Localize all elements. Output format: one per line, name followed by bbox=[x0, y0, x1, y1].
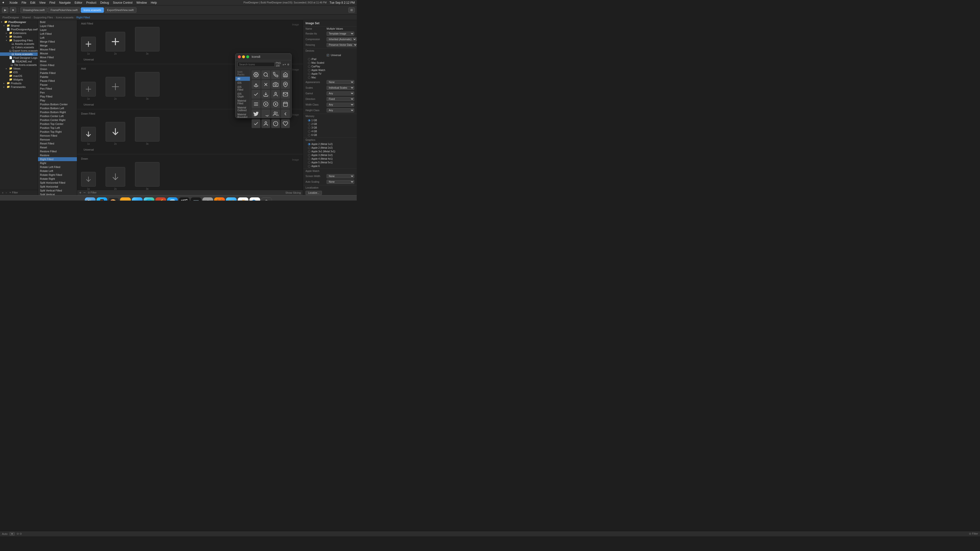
icon-cell-back[interactable] bbox=[281, 110, 290, 118]
memory-4gb-radio[interactable] bbox=[308, 130, 310, 133]
asset-box[interactable] bbox=[81, 82, 96, 97]
file-item-split-v[interactable]: Split Vertical bbox=[38, 192, 77, 195]
dock-preview[interactable]: 🎭 bbox=[250, 197, 260, 201]
height-class-select[interactable]: Any bbox=[326, 108, 354, 113]
asset-box[interactable] bbox=[106, 77, 125, 97]
asset-slot-1x[interactable]: 1x bbox=[81, 37, 96, 55]
file-item-remove[interactable]: Remove bbox=[38, 138, 77, 141]
icon-cell-search[interactable] bbox=[261, 70, 270, 79]
auto-scaling-select[interactable]: None bbox=[326, 180, 354, 184]
file-item-pos-bottom-left[interactable]: Position Bottom Left bbox=[38, 106, 77, 110]
memory-3gb-radio[interactable] bbox=[308, 127, 310, 129]
file-item-pos-top-right[interactable]: Position Top Right bbox=[38, 130, 77, 134]
asset-box[interactable] bbox=[135, 27, 159, 51]
icon-cell-home[interactable] bbox=[281, 70, 290, 79]
breadcrumb-right-filled[interactable]: Right Filled bbox=[76, 16, 90, 19]
menu-edit[interactable]: Edit bbox=[30, 1, 35, 5]
add-icon[interactable]: + bbox=[79, 191, 81, 195]
asset-slot-2x[interactable]: 2x bbox=[106, 122, 125, 145]
icon-cell-location[interactable] bbox=[281, 80, 290, 89]
direction-select[interactable]: Fixed bbox=[326, 97, 354, 101]
file-item-layer[interactable]: Layer bbox=[38, 28, 77, 32]
asset-box[interactable] bbox=[106, 122, 125, 141]
screen-width-select[interactable]: None bbox=[326, 174, 354, 178]
asset-slot-1x[interactable]: 1x bbox=[81, 172, 96, 190]
split-editor-btn[interactable]: ⊞ bbox=[348, 7, 355, 13]
pack-material-filled[interactable]: Material Filled bbox=[235, 99, 250, 106]
icon-cell-check[interactable] bbox=[251, 90, 261, 99]
sidebar-item-supporting-files[interactable]: ▾ 📁 Supporting Files bbox=[0, 38, 38, 42]
dock-safari[interactable]: 🌐 bbox=[143, 197, 154, 201]
breadcrumb-icons-xcassets[interactable]: Icons.xcassets bbox=[56, 16, 73, 19]
file-item-pos-center-left[interactable]: Position Center Left bbox=[38, 114, 77, 118]
menu-window[interactable]: Window bbox=[137, 1, 147, 5]
menu-find[interactable]: Find bbox=[49, 1, 55, 5]
apple-watch-radio[interactable] bbox=[308, 69, 310, 71]
resizing-select[interactable]: Preserve Vector Data bbox=[326, 43, 357, 47]
sidebar-item-logo[interactable]: 📄 Pixel Designer Logo.icns bbox=[0, 56, 38, 59]
search-input[interactable] bbox=[237, 62, 275, 67]
tab-icons-xcassets[interactable]: Icons.xcassets bbox=[81, 7, 104, 13]
dock-firefox[interactable]: 🦊 bbox=[214, 197, 225, 201]
render-as-select[interactable]: Template Image bbox=[326, 32, 354, 36]
dock-finalcut[interactable]: 🎬 bbox=[179, 197, 189, 201]
pack-ios-glyph[interactable]: iOS Glyph bbox=[235, 92, 250, 99]
sidebar-item-macos[interactable]: 📁 macOS bbox=[0, 74, 38, 78]
asset-slot-3x[interactable]: 3x bbox=[135, 117, 159, 145]
menu-xcode[interactable]: Xcode bbox=[9, 1, 18, 5]
icon-cell-users[interactable] bbox=[271, 110, 280, 118]
file-item-bold[interactable]: Bold bbox=[38, 20, 77, 24]
sidebar-item-views[interactable]: ▸ 📁 Views bbox=[0, 67, 38, 70]
icon-cell-check2[interactable] bbox=[251, 119, 261, 128]
dock-xcode[interactable]: 💎 bbox=[167, 197, 178, 201]
file-item-move[interactable]: Move bbox=[38, 59, 77, 63]
sidebar-item-pixeldesigner[interactable]: ▾ 📁 PixelDesigner bbox=[0, 20, 38, 24]
file-item-pen[interactable]: Pen bbox=[38, 91, 77, 95]
asset-box[interactable] bbox=[135, 162, 159, 187]
minimize-button[interactable] bbox=[242, 56, 245, 58]
dock-mail[interactable]: ✉ bbox=[132, 197, 143, 201]
icon-cell-twitter[interactable] bbox=[251, 110, 261, 118]
icon-cell-close[interactable] bbox=[261, 80, 270, 89]
sidebar-item-products[interactable]: ▸ 📁 Products bbox=[0, 81, 38, 85]
sidebar-item-widgets[interactable]: 📁 Widgets bbox=[0, 78, 38, 81]
file-item-merge-filled[interactable]: Merge Filled bbox=[38, 40, 77, 44]
sidebar-item-tile-icons[interactable]: 🗂 Tile Icons.xcassets bbox=[0, 63, 38, 67]
sidebar-item-export-icons[interactable]: 🗂 Export Icons.xcassets bbox=[0, 49, 38, 52]
filter-label[interactable]: ⚬ Filter bbox=[9, 191, 18, 194]
file-item-remove-filled[interactable]: Remove Filled bbox=[38, 134, 77, 138]
pack-ios-filled[interactable]: iOS Filled bbox=[235, 85, 250, 92]
menu-help[interactable]: Help bbox=[151, 1, 157, 5]
ipad-radio[interactable] bbox=[308, 58, 310, 60]
file-item-restore-filled[interactable]: Restore Filled bbox=[38, 149, 77, 153]
file-item-reset-filled[interactable]: Reset Filled bbox=[38, 141, 77, 146]
breadcrumb-supporting-files[interactable]: Supporting Files bbox=[33, 16, 53, 19]
file-item-move-filled[interactable]: Move Filled bbox=[38, 56, 77, 59]
filter-btn[interactable]: ⊙ Filter bbox=[88, 191, 97, 194]
maximize-button[interactable] bbox=[246, 56, 249, 58]
sidebar-item-extensions[interactable]: ▸ 📁 Extensions bbox=[0, 31, 38, 35]
file-item-right[interactable]: Right bbox=[38, 161, 77, 165]
icon-cell-calendar[interactable] bbox=[281, 100, 290, 108]
apple-tv-radio[interactable] bbox=[308, 73, 310, 75]
graphics-radio[interactable] bbox=[308, 150, 310, 153]
dock-trash[interactable]: 🗑 bbox=[261, 197, 272, 201]
dock-photos[interactable]: 📸 bbox=[238, 197, 248, 201]
icon-cell-download[interactable] bbox=[261, 90, 270, 99]
file-item-pen-filled[interactable]: Pen Filled bbox=[38, 87, 77, 91]
file-item-onion-filled[interactable]: Onion Filled bbox=[38, 63, 77, 67]
show-slicing-btn[interactable]: Show Slicing bbox=[285, 191, 301, 194]
file-item-restore[interactable]: Restore bbox=[38, 153, 77, 157]
gamut-select[interactable]: Any bbox=[326, 91, 354, 95]
menu-editor[interactable]: Editor bbox=[75, 1, 82, 5]
graphics-radio[interactable] bbox=[308, 165, 310, 167]
file-item-merge[interactable]: Merge bbox=[38, 44, 77, 48]
breadcrumb-shared[interactable]: Shared bbox=[22, 16, 30, 19]
memory-6gb-radio[interactable] bbox=[308, 134, 310, 137]
settings-icon[interactable]: ⚙ bbox=[287, 63, 290, 66]
asset-box[interactable] bbox=[106, 32, 125, 51]
graphics-radio[interactable] bbox=[308, 161, 310, 164]
tab-drawing-view[interactable]: DrawingView.swift bbox=[20, 7, 47, 13]
sidebar-item-assets[interactable]: 🗂 Assets.xcassets bbox=[0, 42, 38, 46]
file-item-pause-filled[interactable]: Pause Filled bbox=[38, 79, 77, 83]
